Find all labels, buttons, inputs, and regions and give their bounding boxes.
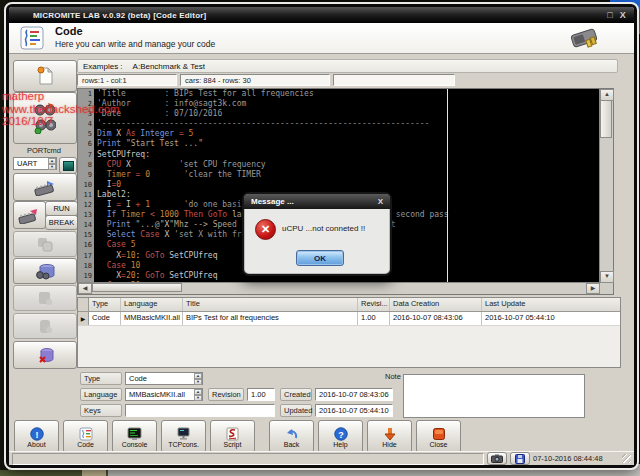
table-header-cell[interactable]: Title <box>183 298 358 311</box>
document-gray-icon <box>37 290 53 306</box>
editor-hscrollbar[interactable]: ◀ ▶ <box>78 282 600 294</box>
table-header-cell[interactable]: Revisi... <box>358 298 390 311</box>
scroll-right-icon[interactable]: ▶ <box>586 283 600 294</box>
revision-label: Revision <box>208 388 244 401</box>
db-delete-button[interactable] <box>13 341 77 369</box>
row-marker-icon: ▶ <box>78 312 89 325</box>
note-textarea[interactable] <box>403 374 585 418</box>
break-button[interactable]: BREAK <box>45 215 78 230</box>
minimize-button[interactable]: □ <box>607 10 613 20</box>
table-row[interactable]: ▶CodeMMBasicMKII.allBIPs Test for all fr… <box>78 312 620 326</box>
code-line[interactable]: 5Dim X As Integer = 5 <box>78 129 600 139</box>
hscroll-thumb[interactable] <box>92 283 182 292</box>
bottom-toolbar: ! About Code Console TCPcons. Scri <box>14 420 461 453</box>
scroll-down-icon[interactable]: ▼ <box>600 271 614 283</box>
monitor-icon <box>176 426 191 441</box>
blob-gray-icon <box>37 318 53 334</box>
table-header-cell[interactable]: Type <box>89 298 121 311</box>
portcmd-label: PORTcmd <box>13 146 75 155</box>
copy-icon <box>36 236 54 252</box>
created-field[interactable]: 2016-10-07 08:43:06 <box>315 388 393 401</box>
search-examples-button[interactable] <box>13 92 77 144</box>
dialog-title: Message ... <box>251 197 378 206</box>
window-titlebar[interactable]: MICROMITE LAB v.0.92 (beta) [Code Editor… <box>9 7 634 23</box>
examples-bar[interactable]: Examples : A:Benchmark & Test <box>77 59 618 73</box>
table-header-cell[interactable]: Last Update <box>482 298 620 311</box>
note-label: Note <box>385 372 403 381</box>
screenshot-button[interactable] <box>487 452 507 465</box>
table-cell: BIPs Test for all frequencies <box>183 312 358 325</box>
message-dialog[interactable]: Message ... X ✕ uCPU ...not conneted !! … <box>242 192 392 276</box>
new-code-button[interactable] <box>13 60 77 92</box>
chip-disconnect-icon <box>17 206 43 224</box>
db-search-button[interactable] <box>13 258 77 284</box>
dialog-close-icon[interactable]: X <box>378 197 383 206</box>
table-header-row: TypeLanguageTitleRevisi...Data CreationL… <box>78 298 620 312</box>
code-line[interactable]: 4'--------------------------------------… <box>78 119 600 129</box>
disconnect-button[interactable] <box>13 201 46 229</box>
tcp-console-button[interactable]: TCPcons. <box>161 420 206 453</box>
code-line[interactable]: 9 Timer = 0 'clear the TIMER <box>78 170 600 180</box>
about-button[interactable]: ! About <box>14 420 59 453</box>
close-button[interactable]: Close <box>416 420 461 453</box>
code-line[interactable]: 6Print "Start Test ..." <box>78 139 600 149</box>
table-header-cell[interactable]: Data Creation <box>390 298 482 311</box>
vscroll-thumb[interactable] <box>600 100 612 138</box>
table-corner <box>78 298 89 311</box>
column-guide <box>447 89 448 283</box>
language-select[interactable]: MMBasicMKII.all ▲▼ <box>125 388 203 401</box>
back-arrow-icon <box>284 426 299 441</box>
code-line[interactable]: 10 I=0 <box>78 180 600 190</box>
copy-button[interactable] <box>13 231 77 257</box>
script-button[interactable]: Script <box>210 420 255 453</box>
connect-button[interactable] <box>13 173 77 201</box>
run-button[interactable]: RUN <box>45 201 78 216</box>
cursor-position: rows:1 - col:1 <box>77 74 177 86</box>
detail-form: Type Code ▲▼ Note Language MMBasicMKII.a… <box>77 372 628 420</box>
console-button[interactable]: Console <box>112 420 157 453</box>
code-line[interactable]: 1'Title : BIPs Test for all frequencies <box>78 89 600 99</box>
binoculars-phone-icon <box>34 118 56 134</box>
port-spinner[interactable]: ▲▼ <box>48 158 56 169</box>
code-line[interactable]: 8 CPU X 'set CPU frequency <box>78 160 600 170</box>
resize-grip[interactable] <box>622 454 631 463</box>
window-title: MICROMITE LAB v.0.92 (beta) [Code Editor… <box>33 11 607 20</box>
dialog-titlebar[interactable]: Message ... X <box>244 194 390 209</box>
table-header-cell[interactable]: Language <box>121 298 183 311</box>
ok-button[interactable]: OK <box>296 250 344 266</box>
port-select[interactable]: UART ▲▼ <box>13 157 57 170</box>
status-datetime: 07-10-2016 08:44:48 <box>533 454 619 463</box>
code-line[interactable]: 3'Date : 07/10/2016 <box>78 109 600 119</box>
code-button[interactable]: Code <box>63 420 108 453</box>
port-indicator-button[interactable] <box>59 157 77 174</box>
binoculars-icon <box>34 102 56 116</box>
examples-label: Examples : <box>83 62 123 71</box>
db-save-button[interactable] <box>13 285 77 311</box>
save-button[interactable] <box>510 452 530 465</box>
code-table[interactable]: TypeLanguageTitleRevisi...Data CreationL… <box>77 297 621 368</box>
status-empty-panel <box>333 74 455 86</box>
revision-field[interactable]: 1.00 <box>247 388 275 401</box>
updated-field[interactable]: 2016-10-07 05:44:10 <box>315 404 393 417</box>
scroll-left-icon[interactable]: ◀ <box>78 283 92 294</box>
type-label: Type <box>80 372 122 385</box>
hide-button[interactable]: Hide <box>367 420 412 453</box>
chip-connect-icon <box>31 178 59 196</box>
language-spinner[interactable]: ▲▼ <box>194 389 202 400</box>
dialog-message: uCPU ...not conneted !! <box>282 224 365 233</box>
error-icon: ✕ <box>255 219 276 240</box>
created-label: Created <box>280 388 312 401</box>
code-line[interactable]: 7SetCPUfreq: <box>78 150 600 160</box>
help-button[interactable]: ? Help <box>318 420 363 453</box>
type-spinner[interactable]: ▲▼ <box>194 373 202 384</box>
code-line[interactable]: 2'Author : info@sagt3k.com <box>78 99 600 109</box>
port-led-icon <box>63 161 74 171</box>
back-button[interactable]: Back <box>269 420 314 453</box>
svg-text:!: ! <box>35 429 38 439</box>
keys-field[interactable] <box>125 404 275 417</box>
status-bar: 07-10-2016 08:44:48 <box>9 451 634 465</box>
editor-vscrollbar[interactable]: ▲ ▼ <box>599 89 613 283</box>
window-close-button[interactable]: X <box>620 10 626 20</box>
db-load-button[interactable] <box>13 313 77 339</box>
type-select[interactable]: Code ▲▼ <box>125 372 203 385</box>
